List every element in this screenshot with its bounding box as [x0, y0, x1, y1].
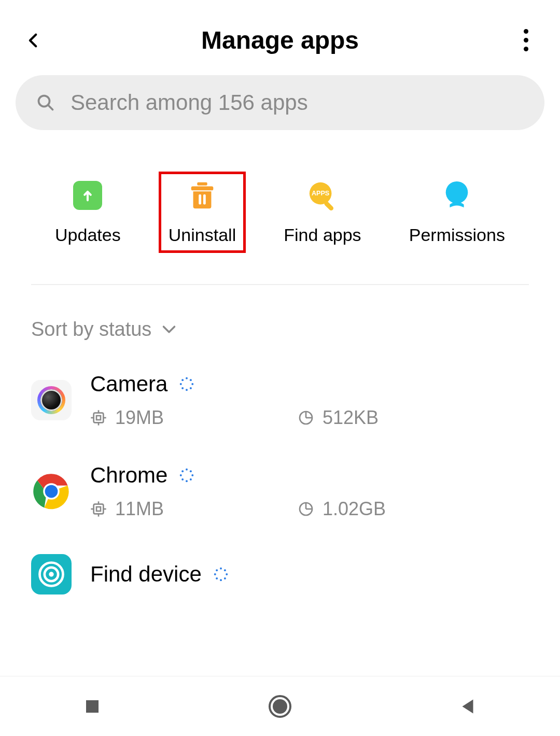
svg-point-27	[45, 485, 58, 498]
trash-icon	[186, 179, 218, 211]
svg-point-31	[190, 478, 192, 480]
back-icon	[25, 32, 43, 49]
permissions-button[interactable]: Permissions	[399, 172, 515, 253]
square-icon	[83, 697, 102, 716]
svg-rect-37	[96, 507, 101, 511]
updates-label: Updates	[55, 225, 121, 245]
permissions-icon	[441, 179, 473, 211]
svg-point-46	[220, 568, 222, 570]
chevron-down-icon	[162, 324, 176, 335]
ram-chip-icon	[90, 409, 107, 426]
ram-size: 19MB	[115, 407, 164, 429]
app-list: Camera 19MB 512KB	[0, 356, 560, 595]
svg-point-53	[216, 569, 218, 571]
find-apps-button[interactable]: APPS Find apps	[274, 172, 371, 253]
find-apps-label: Find apps	[284, 225, 361, 245]
storage-size: 512KB	[323, 407, 379, 429]
svg-rect-8	[324, 201, 334, 211]
svg-point-14	[186, 389, 188, 391]
search-bar[interactable]	[16, 75, 544, 130]
app-name: Chrome	[90, 463, 167, 488]
svg-point-12	[192, 383, 194, 385]
permissions-label: Permissions	[409, 225, 505, 245]
svg-point-56	[273, 699, 287, 714]
svg-point-48	[226, 573, 228, 575]
loading-dots-icon	[179, 468, 194, 483]
search-container	[0, 75, 560, 130]
app-row-chrome[interactable]: Chrome 11MB 1.02GB	[31, 463, 529, 520]
svg-point-10	[186, 377, 188, 379]
svg-point-45	[49, 572, 53, 576]
app-name: Camera	[90, 372, 167, 397]
svg-point-35	[182, 470, 184, 472]
find-apps-icon: APPS	[306, 179, 339, 211]
svg-point-29	[190, 470, 192, 472]
svg-point-47	[224, 569, 226, 571]
loading-dots-icon	[179, 376, 194, 392]
triangle-left-icon	[458, 697, 477, 716]
svg-rect-18	[94, 413, 104, 423]
svg-point-33	[182, 478, 184, 480]
loading-dots-icon	[213, 567, 229, 582]
page-title: Manage apps	[201, 26, 359, 54]
search-icon	[36, 93, 55, 112]
action-row: Updates Uninstall APPS Find apps	[0, 130, 560, 284]
find-device-app-icon	[31, 554, 72, 595]
svg-point-32	[186, 480, 188, 482]
svg-point-50	[220, 579, 222, 581]
svg-text:APPS: APPS	[312, 190, 329, 197]
svg-point-9	[446, 181, 468, 204]
svg-point-15	[182, 387, 184, 389]
dots-vertical-icon	[524, 29, 528, 34]
svg-rect-2	[197, 182, 207, 186]
sort-label: Sort by status	[31, 318, 151, 341]
svg-rect-19	[96, 416, 101, 420]
uninstall-button[interactable]: Uninstall	[159, 172, 246, 253]
svg-rect-36	[94, 504, 104, 514]
svg-line-1	[48, 105, 52, 109]
svg-point-49	[224, 577, 226, 579]
ram-chip-icon	[90, 501, 107, 517]
updates-button[interactable]: Updates	[45, 172, 131, 253]
nav-recent-button[interactable]	[83, 697, 102, 716]
svg-rect-54	[86, 700, 99, 713]
nav-back-button[interactable]	[458, 697, 477, 716]
app-name: Find device	[90, 562, 202, 587]
svg-point-52	[214, 573, 216, 575]
nav-home-button[interactable]	[268, 694, 292, 719]
system-nav-bar	[0, 676, 560, 736]
uninstall-label: Uninstall	[169, 225, 236, 245]
svg-point-30	[192, 474, 194, 476]
svg-point-28	[186, 469, 188, 471]
storage-size: 1.02GB	[323, 498, 386, 520]
back-button[interactable]	[21, 27, 47, 53]
svg-rect-4	[199, 194, 201, 204]
overflow-menu-button[interactable]	[513, 27, 539, 53]
svg-point-17	[182, 379, 184, 381]
app-row-find-device[interactable]: Find device	[31, 554, 529, 595]
svg-point-34	[180, 474, 182, 476]
sort-dropdown[interactable]: Sort by status	[0, 285, 560, 356]
storage-pie-icon	[298, 409, 314, 426]
svg-point-13	[190, 387, 192, 389]
header: Manage apps	[0, 0, 560, 75]
svg-rect-3	[191, 187, 214, 191]
svg-point-51	[216, 577, 218, 579]
circle-icon	[268, 694, 292, 719]
svg-point-16	[180, 383, 182, 385]
svg-point-11	[190, 379, 192, 381]
camera-app-icon	[31, 380, 72, 420]
storage-pie-icon	[298, 501, 314, 517]
search-input[interactable]	[71, 90, 524, 115]
app-row-camera[interactable]: Camera 19MB 512KB	[31, 372, 529, 429]
chrome-app-icon	[31, 471, 72, 512]
updates-icon	[73, 181, 102, 210]
ram-size: 11MB	[115, 498, 164, 520]
svg-rect-5	[203, 194, 206, 204]
